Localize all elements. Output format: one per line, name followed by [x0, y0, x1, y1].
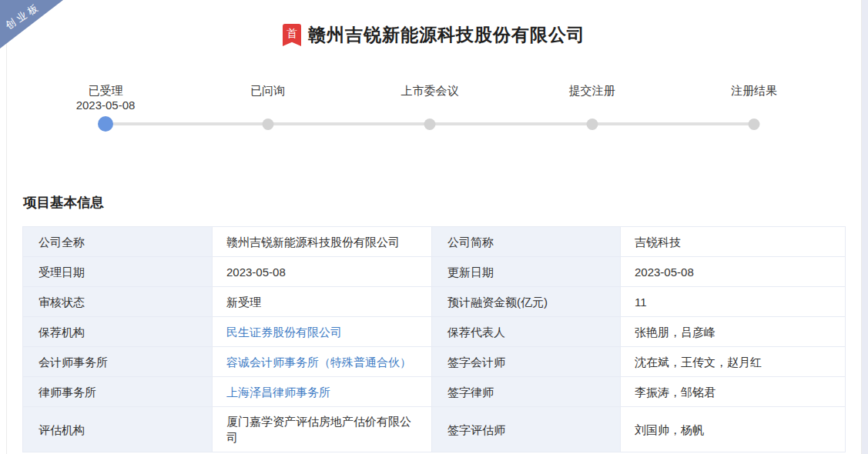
- review-status-timeline: 已受理2023-05-08已问询上市委会议提交注册注册结果: [0, 79, 868, 141]
- field-label-cell: 审核状态: [23, 287, 213, 317]
- field-value-cell: 2023-05-08: [621, 257, 846, 287]
- field-value-cell: 容诚会计师事务所（特殊普通合伙）: [213, 347, 432, 377]
- timeline-step-dot-pending: [749, 119, 760, 130]
- field-label-cell: 签字律师: [432, 377, 621, 407]
- timeline-step-label: 注册结果: [731, 84, 777, 98]
- field-value-cell: 吉锐科技: [621, 227, 846, 257]
- timeline-step-dot-pending: [262, 119, 273, 130]
- table-row: 审核状态新受理预计融资金额(亿元)11: [23, 287, 846, 317]
- table-row: 律师事务所上海泽昌律师事务所签字律师李振涛，邹铭君: [23, 377, 846, 407]
- timeline-step-dot-pending: [586, 119, 598, 130]
- table-row: 会计师事务所容诚会计师事务所（特殊普通合伙）签字会计师沈在斌，王传文，赵月红: [23, 347, 846, 377]
- field-label-cell: 公司全称: [23, 227, 213, 257]
- project-info-table-body: 公司全称赣州吉锐新能源科技股份有限公司公司简称吉锐科技受理日期2023-05-0…: [23, 227, 846, 452]
- timeline-step-date: 2023-05-08: [76, 98, 136, 112]
- field-value-cell: 厦门嘉学资产评估房地产估价有限公司: [213, 407, 432, 452]
- table-row: 评估机构厦门嘉学资产评估房地产估价有限公司签字评估师刘国帅，杨帆: [23, 407, 846, 452]
- timeline-step-label: 已问询: [250, 84, 285, 98]
- field-value-cell: 张艳朋，吕彦峰: [621, 317, 846, 347]
- field-label-cell: 律师事务所: [23, 377, 213, 407]
- field-label-cell: 更新日期: [432, 257, 621, 287]
- field-value-cell: 民生证券股份有限公司: [213, 317, 432, 347]
- field-value-cell: 刘国帅，杨帆: [621, 407, 846, 452]
- field-label-cell: 会计师事务所: [23, 347, 213, 377]
- project-info-table: 公司全称赣州吉锐新能源科技股份有限公司公司简称吉锐科技受理日期2023-05-0…: [22, 226, 846, 452]
- scrollbar-track[interactable]: [862, 0, 868, 454]
- field-value-cell: 上海泽昌律师事务所: [213, 377, 432, 407]
- field-label-cell: 预计融资金额(亿元): [432, 287, 621, 317]
- field-label-cell: 签字评估师: [432, 407, 621, 452]
- field-label-cell: 保荐代表人: [432, 317, 621, 347]
- table-row: 保荐机构民生证券股份有限公司保荐代表人张艳朋，吕彦峰: [23, 317, 846, 347]
- page-left-border: [6, 0, 7, 454]
- ipo-first-badge-icon: 首: [283, 24, 301, 46]
- field-label-cell: 保荐机构: [23, 317, 213, 347]
- field-value-link[interactable]: 容诚会计师事务所（特殊普通合伙）: [226, 356, 411, 369]
- timeline-step-dot-active: [98, 116, 113, 132]
- page-header: 首 赣州吉锐新能源科技股份有限公司: [0, 23, 868, 47]
- field-value-cell: 2023-05-08: [213, 257, 432, 287]
- timeline-step-label: 上市委会议: [401, 84, 459, 98]
- field-value-cell: 沈在斌，王传文，赵月红: [621, 347, 846, 377]
- table-row: 公司全称赣州吉锐新能源科技股份有限公司公司简称吉锐科技: [23, 227, 846, 257]
- field-value-cell: 11: [621, 287, 846, 317]
- field-label-cell: 评估机构: [23, 407, 213, 452]
- company-title: 赣州吉锐新能源科技股份有限公司: [308, 23, 585, 47]
- table-row: 受理日期2023-05-08更新日期2023-05-08: [23, 257, 846, 287]
- project-page: 创业板 首 赣州吉锐新能源科技股份有限公司 已受理2023-05-08已问询上市…: [0, 0, 868, 454]
- field-value-cell: 赣州吉锐新能源科技股份有限公司: [213, 227, 432, 257]
- field-label-cell: 公司简称: [432, 227, 621, 257]
- timeline-step-dot-pending: [424, 119, 436, 130]
- timeline-step-label: 提交注册: [569, 84, 615, 98]
- field-label-cell: 受理日期: [23, 257, 213, 287]
- field-value-cell: 新受理: [213, 287, 432, 317]
- timeline-step-label: 已受理: [89, 84, 123, 98]
- section-title: 项目基本信息: [23, 193, 104, 212]
- field-value-cell: 李振涛，邹铭君: [621, 377, 846, 407]
- field-value-link[interactable]: 上海泽昌律师事务所: [226, 386, 330, 399]
- field-value-link[interactable]: 民生证券股份有限公司: [226, 325, 342, 339]
- field-label-cell: 签字会计师: [432, 347, 621, 377]
